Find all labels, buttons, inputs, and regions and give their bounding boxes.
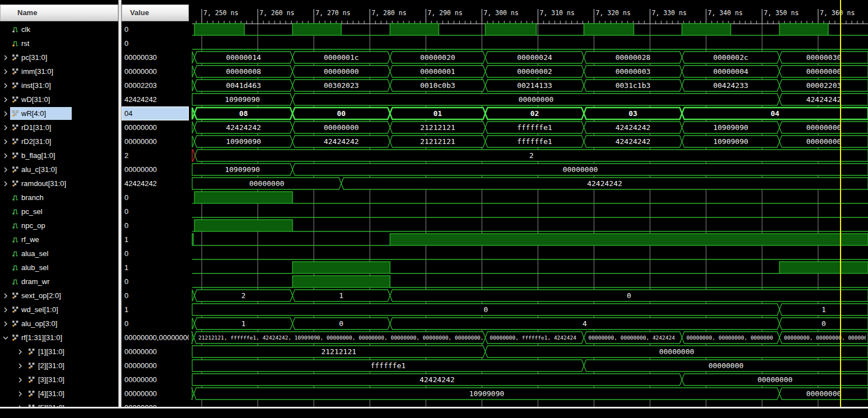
signal-row-4310[interactable]: [4][31:0] bbox=[0, 387, 118, 401]
signal-row-pc310[interactable]: pc[31:0] bbox=[0, 50, 118, 64]
signal-value-rD2310[interactable]: 00000000 bbox=[122, 134, 189, 148]
signal-row-alu_op30[interactable]: alu_op[3:0] bbox=[0, 317, 118, 331]
bus-value-label: 2 bbox=[242, 291, 246, 300]
waveform-plot[interactable]: 7, 250 ns7, 260 ns7, 270 ns7, 280 ns7, 2… bbox=[191, 0, 868, 418]
signal-name: rf[1:31][31:0] bbox=[21, 331, 62, 345]
signal-row-1310[interactable]: [1][31:0] bbox=[0, 345, 118, 359]
bus-signal-icon bbox=[12, 306, 19, 313]
expand-icon[interactable] bbox=[2, 292, 9, 299]
signal-row-rD1310[interactable]: rD1[31:0] bbox=[0, 120, 118, 134]
expand-icon[interactable] bbox=[2, 321, 9, 327]
signal-value-clk[interactable]: 0 bbox=[122, 22, 189, 36]
signal-row-inst310[interactable]: inst[31:0] bbox=[0, 78, 118, 92]
expand-icon[interactable] bbox=[2, 152, 9, 159]
signal-value-alua_sel[interactable]: 0 bbox=[122, 247, 189, 261]
expand-icon[interactable] bbox=[2, 166, 9, 173]
signal-value-2310[interactable]: 00000000 bbox=[122, 359, 189, 373]
signal-row-alu_c310[interactable]: alu_c[31:0] bbox=[0, 162, 118, 177]
signal-value-imm310[interactable]: 00000000 bbox=[122, 64, 189, 78]
signal-value-npc_op[interactable]: 0 bbox=[122, 219, 189, 233]
expand-icon[interactable] bbox=[2, 54, 9, 61]
signal-value-sext_op20[interactable]: 0 bbox=[122, 289, 189, 303]
expand-icon[interactable] bbox=[2, 82, 9, 89]
bus-value-label: 21212121, ffffffe1, 42424242, 10909090, … bbox=[198, 335, 493, 341]
signal-value-b_flag10[interactable]: 2 bbox=[122, 148, 189, 162]
signal-row-npc_op[interactable]: npc_op bbox=[0, 219, 118, 233]
expand-icon[interactable] bbox=[2, 138, 9, 145]
signal-value-wR40[interactable]: 04 bbox=[122, 106, 189, 120]
signal-row-wd_sel10[interactable]: wd_sel[1:0] bbox=[0, 303, 118, 317]
signal-row-2310[interactable]: [2][31:0] bbox=[0, 359, 118, 373]
expand-icon[interactable] bbox=[2, 306, 9, 313]
name-column-header: Name bbox=[0, 4, 118, 21]
signal-value-rst[interactable]: 0 bbox=[122, 36, 189, 50]
signal-value-wd_sel10[interactable]: 1 bbox=[122, 303, 189, 317]
signal-name: dram_wr bbox=[21, 275, 50, 289]
bus-signal-icon bbox=[12, 180, 19, 187]
bus-value-label: 00000000 bbox=[806, 137, 842, 146]
expand-icon[interactable] bbox=[2, 96, 9, 103]
collapse-icon[interactable] bbox=[2, 335, 9, 341]
signal-row-sext_op20[interactable]: sext_op[2:0] bbox=[0, 289, 118, 303]
wave-row-1310: 2121212100000000 bbox=[192, 346, 868, 357]
expand-icon[interactable] bbox=[2, 180, 9, 187]
signal-row-alub_sel[interactable]: alub_sel bbox=[0, 261, 118, 275]
signal-row-rst[interactable]: rst bbox=[0, 36, 118, 50]
signal-value-alu_op30[interactable]: 0 bbox=[122, 317, 189, 331]
signal-value-dram_wr[interactable]: 0 bbox=[122, 275, 189, 289]
signal-value-branch[interactable]: 0 bbox=[122, 191, 189, 205]
time-tick-label: 7, 270 ns bbox=[315, 9, 350, 17]
signal-row-wR40[interactable]: wR[4:0] bbox=[0, 106, 118, 120]
signal-value-pc_sel[interactable]: 0 bbox=[122, 205, 189, 219]
expand-icon[interactable] bbox=[17, 349, 24, 355]
time-ruler[interactable]: 7, 250 ns7, 260 ns7, 270 ns7, 280 ns7, 2… bbox=[192, 9, 868, 24]
column-resize-divider[interactable] bbox=[118, 0, 122, 418]
signal-value-pc310[interactable]: 00000030 bbox=[122, 50, 189, 64]
bus-value-label: 00302023 bbox=[324, 81, 359, 90]
signal-row-3310[interactable]: [3][31:0] bbox=[0, 373, 118, 387]
signal-row-imm310[interactable]: imm[31:0] bbox=[0, 64, 118, 78]
bus-value-label: 0000001c bbox=[324, 53, 359, 62]
signal-row-ramdout310[interactable]: ramdout[31:0] bbox=[0, 177, 118, 191]
bus-value-label: 1 bbox=[339, 291, 344, 300]
signal-row-b_flag10[interactable]: b_flag[1:0] bbox=[0, 148, 118, 162]
expand-icon[interactable] bbox=[2, 110, 9, 117]
signal-row-rf_we[interactable]: rf_we bbox=[0, 233, 118, 247]
signal-value-4310[interactable]: 00000000 bbox=[122, 387, 189, 401]
signal-value-rD1310[interactable]: 00000000 bbox=[122, 120, 189, 134]
time-tick-label: 7, 340 ns bbox=[708, 9, 742, 17]
signal-row-alua_sel[interactable]: alua_sel bbox=[0, 247, 118, 261]
bus-signal-icon bbox=[28, 390, 35, 397]
signal-name: [1][31:0] bbox=[38, 345, 64, 359]
expand-icon[interactable] bbox=[17, 363, 24, 369]
signal-value-alub_sel[interactable]: 1 bbox=[122, 261, 189, 275]
signal-row-dram_wr[interactable]: dram_wr bbox=[0, 275, 118, 289]
signal-row-rf131310[interactable]: rf[1:31][31:0] bbox=[0, 331, 118, 345]
signal-name: [2][31:0] bbox=[38, 359, 64, 373]
signal-row-pc_sel[interactable]: pc_sel bbox=[0, 205, 118, 219]
signal-value-inst310[interactable]: 00002203 bbox=[122, 78, 189, 92]
signal-row-branch[interactable]: branch bbox=[0, 191, 118, 205]
time-tick-label: 7, 280 ns bbox=[372, 9, 406, 17]
bus-value-label: 00424233 bbox=[713, 81, 749, 90]
signal-row-wD310[interactable]: wD[31:0] bbox=[0, 92, 118, 106]
signal-row-clk[interactable]: clk bbox=[0, 22, 118, 36]
signal-value-rf131310[interactable]: 00000000,00000000 bbox=[122, 331, 189, 345]
signal-value-3310[interactable]: 00000000 bbox=[122, 373, 189, 387]
expand-icon[interactable] bbox=[2, 124, 9, 131]
bus-value-label: 42424242 bbox=[420, 375, 455, 384]
expand-icon[interactable] bbox=[2, 68, 9, 75]
signal-value-wD310[interactable]: 42424242 bbox=[122, 92, 189, 106]
time-tick-label: 7, 290 ns bbox=[428, 9, 462, 17]
expand-icon[interactable] bbox=[17, 391, 24, 397]
signal-row-rD2310[interactable]: rD2[31:0] bbox=[0, 134, 118, 148]
bus-value-label: ffffffe1 bbox=[517, 137, 553, 146]
signal-value-ramdout310[interactable]: 42424242 bbox=[122, 177, 189, 191]
signal-value-alu_c310[interactable]: 00000000 bbox=[122, 162, 189, 177]
signal-name: alua_sel bbox=[21, 247, 48, 261]
signal-value-1310[interactable]: 00000000 bbox=[122, 345, 189, 359]
waveform-canvas[interactable]: 7, 250 ns7, 260 ns7, 270 ns7, 280 ns7, 2… bbox=[191, 0, 868, 418]
wave-row-alub_sel bbox=[192, 262, 868, 273]
signal-value-rf_we[interactable]: 1 bbox=[122, 233, 189, 247]
expand-icon[interactable] bbox=[17, 377, 24, 383]
